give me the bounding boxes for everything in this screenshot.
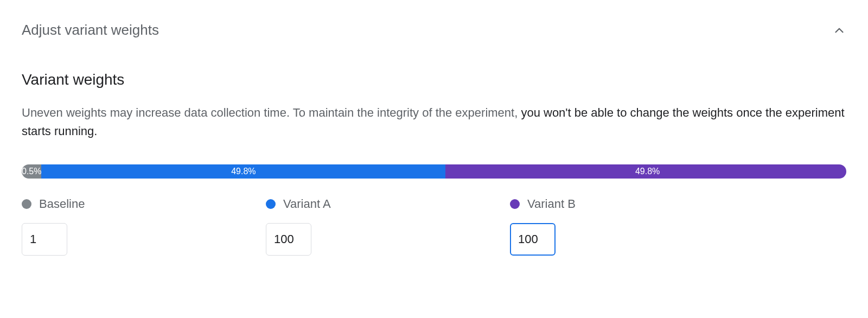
section-title: Adjust variant weights (22, 22, 159, 39)
variant-a-weight-input[interactable] (266, 223, 311, 256)
variant-a: Variant A (266, 197, 510, 256)
dot-icon (266, 199, 276, 209)
variant-b-weight-input[interactable] (510, 223, 556, 256)
bar-segment-baseline-label: 0.5% (22, 167, 41, 176)
variant-weights-description: Uneven weights may increase data collect… (22, 104, 846, 141)
dot-icon (22, 199, 31, 209)
baseline-weight-input[interactable] (22, 223, 67, 256)
bar-segment-variant-a: 49.8% (41, 164, 445, 179)
description-normal-text: Uneven weights may increase data collect… (22, 106, 521, 119)
bar-segment-variant-a-label: 49.8% (231, 167, 256, 176)
variant-b: Variant B (510, 197, 754, 256)
variant-b-label: Variant B (510, 197, 754, 211)
variant-weights-heading: Variant weights (22, 71, 846, 88)
bar-segment-variant-b-label: 49.8% (635, 167, 660, 176)
variant-a-name: Variant A (283, 197, 331, 211)
variant-baseline: Baseline (22, 197, 266, 256)
variant-b-name: Variant B (527, 197, 576, 211)
variants-row: Baseline Variant A Variant B (22, 197, 846, 256)
variant-a-label: Variant A (266, 197, 510, 211)
variant-baseline-label: Baseline (22, 197, 266, 211)
section-header[interactable]: Adjust variant weights (22, 22, 846, 39)
dot-icon (510, 199, 520, 209)
bar-segment-baseline: 0.5% (22, 164, 41, 179)
variant-baseline-name: Baseline (39, 197, 85, 211)
chevron-up-icon[interactable] (832, 23, 846, 37)
bar-segment-variant-b: 49.8% (445, 164, 846, 179)
weight-distribution-bar: 0.5% 49.8% 49.8% (22, 164, 846, 179)
